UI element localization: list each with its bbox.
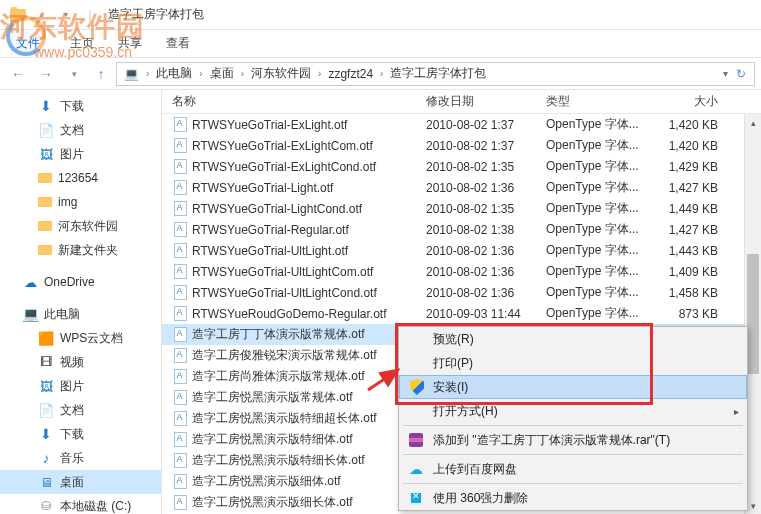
sidebar-onedrive[interactable]: ☁ OneDrive — [0, 270, 161, 294]
sidebar-thispc[interactable]: 💻 此电脑 — [0, 302, 161, 326]
breadcrumb-item[interactable]: 此电脑 — [153, 65, 195, 82]
ctx-print[interactable]: 打印(P) — [399, 351, 747, 375]
col-name-header[interactable]: 名称 — [168, 93, 426, 110]
file-row[interactable]: RTWSYueGoTrial-ExLight.otf2010-08-02 1:3… — [162, 114, 761, 135]
file-name: RTWSYueGoTrial-UltLight.otf — [192, 244, 348, 258]
sidebar-item[interactable]: 河东软件园 — [0, 214, 161, 238]
scroll-up-icon[interactable]: ▴ — [745, 114, 761, 131]
col-size-header[interactable]: 大小 — [656, 93, 736, 110]
tab-view[interactable]: 查看 — [166, 35, 190, 52]
font-file-icon — [172, 159, 188, 175]
sidebar-item[interactable]: ⬇下载 — [0, 422, 161, 446]
sidebar-label: 下载 — [60, 98, 84, 115]
sidebar-item[interactable]: 🎞视频 — [0, 350, 161, 374]
file-size: 1,427 KB — [656, 223, 736, 237]
sidebar-label: 河东软件园 — [58, 218, 118, 235]
sidebar-label: 文档 — [60, 122, 84, 139]
font-file-icon — [172, 222, 188, 238]
file-row[interactable]: RTWSYueGoTrial-UltLightCom.otf2010-08-02… — [162, 261, 761, 282]
ctx-upload-baidu[interactable]: ☁ 上传到百度网盘 — [399, 457, 747, 481]
font-file-icon — [172, 285, 188, 301]
breadcrumb-dropdown-icon[interactable]: ▾ — [721, 68, 730, 79]
pic-icon: 🖼 — [38, 378, 54, 394]
sidebar-item[interactable]: 🖥桌面 — [0, 470, 161, 494]
refresh-icon[interactable]: ↻ — [732, 67, 750, 81]
cloud-icon: ☁ — [22, 274, 38, 290]
file-row[interactable]: RTWSYueGoTrial-Light.otf2010-08-02 1:36O… — [162, 177, 761, 198]
sidebar-item[interactable]: img — [0, 190, 161, 214]
scroll-thumb[interactable] — [747, 254, 759, 374]
file-row[interactable]: RTWSYueGoTrial-ExLightCom.otf2010-08-02 … — [162, 135, 761, 156]
file-name: RTWSYueGoTrial-LightCond.otf — [192, 202, 362, 216]
addressbar: ← → ▾ ↑ 💻 › 此电脑 › 桌面 › 河东软件园 › zzgfzt24 … — [0, 58, 761, 90]
desk-icon: 🖥 — [38, 474, 54, 490]
file-row[interactable]: RTWSYueRoudGoDemo-Regular.otf2010-09-03 … — [162, 303, 761, 324]
file-type: OpenType 字体... — [546, 242, 656, 259]
file-row[interactable]: RTWSYueGoTrial-Regular.otf2010-08-02 1:3… — [162, 219, 761, 240]
qat-dropdown-icon[interactable]: ▾ — [56, 5, 76, 25]
breadcrumb[interactable]: 💻 › 此电脑 › 桌面 › 河东软件园 › zzgfzt24 › 造字工房字体… — [116, 62, 755, 86]
nav-up-icon[interactable]: ↑ — [90, 63, 112, 85]
nav-back-icon[interactable]: ← — [6, 62, 30, 86]
file-name: RTWSYueGoTrial-ExLightCond.otf — [192, 160, 376, 174]
ctx-install[interactable]: 安装(I) — [399, 375, 747, 399]
breadcrumb-item[interactable]: 造字工房字体打包 — [387, 65, 489, 82]
sidebar-item[interactable]: 📄文档 — [0, 118, 161, 142]
file-row[interactable]: RTWSYueGoTrial-ExLightCond.otf2010-08-02… — [162, 156, 761, 177]
sidebar-item[interactable]: 新建文件夹 — [0, 238, 161, 262]
sidebar-label: 下载 — [60, 426, 84, 443]
tab-share[interactable]: 共享 — [118, 35, 142, 52]
ctx-360-delete[interactable]: 使用 360强力删除 — [399, 486, 747, 510]
file-name: 造字工房悦黑演示版特细体.otf — [192, 431, 353, 448]
sidebar-item[interactable]: 🖼图片 — [0, 142, 161, 166]
titlebar: ▫ ▾ | 造字工房字体打包 — [0, 0, 761, 30]
file-name: 造字工房悦黑演示版细体.otf — [192, 473, 341, 490]
font-file-icon — [172, 390, 188, 406]
ribbon: 文件 主页 共享 查看 — [0, 30, 761, 58]
breadcrumb-pc-icon[interactable]: 💻 — [121, 67, 142, 81]
file-date: 2010-08-02 1:36 — [426, 244, 546, 258]
chevron-right-icon[interactable]: › — [316, 68, 323, 79]
folder-icon — [38, 197, 52, 207]
file-type: OpenType 字体... — [546, 221, 656, 238]
file-name: 造字工房尚雅体演示版常规体.otf — [192, 368, 365, 385]
ctx-preview[interactable]: 预览(R) — [399, 327, 747, 351]
sidebar-label: 文档 — [60, 402, 84, 419]
folder-icon — [38, 173, 52, 183]
sidebar-item[interactable]: ♪音乐 — [0, 446, 161, 470]
file-row[interactable]: RTWSYueGoTrial-UltLightCond.otf2010-08-0… — [162, 282, 761, 303]
sidebar-item[interactable]: 📄文档 — [0, 398, 161, 422]
file-row[interactable]: RTWSYueGoTrial-LightCond.otf2010-08-02 1… — [162, 198, 761, 219]
chevron-right-icon[interactable]: › — [197, 68, 204, 79]
sidebar-item[interactable]: ⛁本地磁盘 (C:) — [0, 494, 161, 514]
breadcrumb-item[interactable]: 河东软件园 — [248, 65, 314, 82]
font-file-icon — [172, 348, 188, 364]
sidebar-label: 新建文件夹 — [58, 242, 118, 259]
sidebar-item[interactable]: 🟧WPS云文档 — [0, 326, 161, 350]
chevron-right-icon[interactable]: › — [239, 68, 246, 79]
file-size: 1,420 KB — [656, 139, 736, 153]
col-type-header[interactable]: 类型 — [546, 93, 656, 110]
nav-recent-icon[interactable]: ▾ — [62, 62, 86, 86]
ctx-openwith[interactable]: 打开方式(H) ▸ — [399, 399, 747, 423]
ctx-addto-rar[interactable]: 添加到 "造字工房丁丁体演示版常规体.rar"(T) — [399, 428, 747, 452]
sidebar-item[interactable]: 123654 — [0, 166, 161, 190]
col-date-header[interactable]: 修改日期 — [426, 93, 546, 110]
sidebar-label: 此电脑 — [44, 306, 80, 323]
file-row[interactable]: RTWSYueGoTrial-UltLight.otf2010-08-02 1:… — [162, 240, 761, 261]
font-file-icon — [172, 453, 188, 469]
file-name: RTWSYueRoudGoDemo-Regular.otf — [192, 307, 387, 321]
file-name: 造字工房丁丁体演示版常规体.otf — [192, 326, 365, 343]
nav-forward-icon[interactable]: → — [34, 62, 58, 86]
delete-360-icon — [407, 489, 425, 507]
breadcrumb-item[interactable]: 桌面 — [207, 65, 237, 82]
chevron-right-icon[interactable]: › — [144, 68, 151, 79]
breadcrumb-item[interactable]: zzgfzt24 — [325, 67, 376, 81]
chevron-right-icon[interactable]: › — [378, 68, 385, 79]
folder-icon — [38, 221, 52, 231]
tab-home[interactable]: 主页 — [70, 35, 94, 52]
file-date: 2010-08-02 1:38 — [426, 223, 546, 237]
doc-icon: 📄 — [38, 402, 54, 418]
sidebar-item[interactable]: 🖼图片 — [0, 374, 161, 398]
sidebar-item[interactable]: ⬇下载 — [0, 94, 161, 118]
